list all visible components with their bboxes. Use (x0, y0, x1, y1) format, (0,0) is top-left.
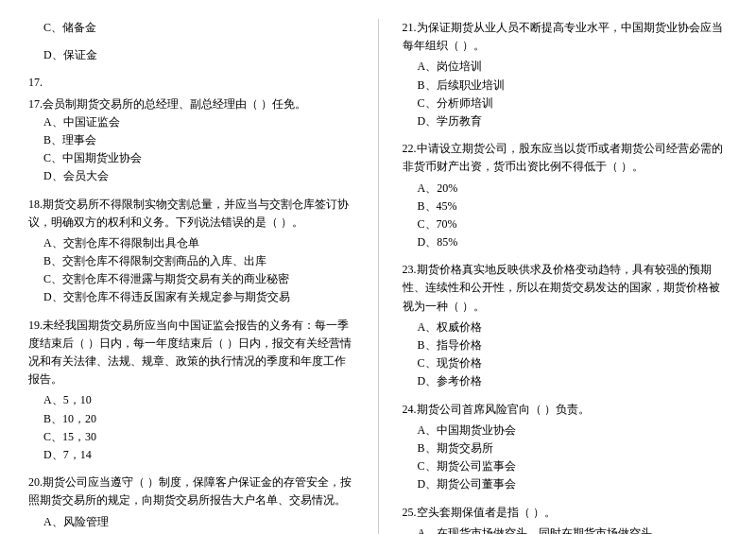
q18-optD: D、交割仓库不得违反国家有关规定参与期货交易 (28, 288, 354, 306)
question-18: 18.期货交易所不得限制实物交割总量，并应当与交割仓库签订协议，明确双方的权利和… (28, 196, 354, 307)
q17-optB: B、理事会 (28, 131, 354, 149)
q19-text: 19.未经我国期货交易所应当向中国证监会报告的义务有：每一季度结束后（ ）日内，… (28, 317, 354, 389)
q18-optA: A、交割仓库不得限制出具仓单 (28, 234, 354, 252)
q25-number: 25. (403, 506, 417, 519)
q18-optC: C、交割仓库不得泄露与期货交易有关的商业秘密 (28, 270, 354, 288)
q24-optB: B、期货交易所 (403, 439, 729, 457)
q18-body: 期货交易所不得限制实物交割总量，并应当与交割仓库签订协议，明确双方的权利和义务。… (28, 198, 349, 229)
q19-optC: C、15，30 (28, 428, 354, 446)
q22-number: 22. (403, 142, 417, 155)
q17-number: 17. (28, 97, 43, 111)
q20-number: 20. (28, 475, 43, 489)
q24-optD: D、期货公司董事会 (403, 475, 729, 493)
q22-text: 22.中请设立期货公司，股东应当以货币或者期货公司经营必需的非货币财产出资，货币… (403, 140, 729, 176)
left-column: C、储备金 D、保证金 17. 17.会员制期货交易所的总经理、副总经理由（ ）… (28, 19, 354, 534)
question-24: 24.期货公司首席风险官向（ ）负责。 A、中国期货业协会 B、期货交易所 C、… (403, 401, 729, 494)
q22-optC: C、70% (403, 215, 729, 233)
q20-optA: A、风险管理 (28, 513, 354, 531)
page-wrapper: C、储备金 D、保证金 17. 17.会员制期货交易所的总经理、副总经理由（ ）… (28, 19, 728, 534)
q24-optC: C、期货公司监事会 (403, 457, 729, 475)
question-23: 23.期货价格真实地反映供求及价格变动趋特，具有较强的预期性、连续性和公开性，所… (403, 261, 729, 390)
q21-number: 21. (403, 21, 417, 34)
q20-text: 20.期货公司应当遵守（ ）制度，保障客户保证金的存管安全，按照期货交易所的规定… (28, 474, 354, 509)
q21-optB: B、后续职业培训 (403, 77, 729, 95)
question-19: 19.未经我国期货交易所应当向中国证监会报告的义务有：每一季度结束后（ ）日内，… (28, 317, 354, 465)
q23-text: 23.期货价格真实地反映供求及价格变动趋特，具有较强的预期性、连续性和公开性，所… (403, 261, 729, 316)
q18-text: 18.期货交易所不得限制实物交割总量，并应当与交割仓库签订协议，明确双方的权利和… (28, 196, 354, 232)
column-divider (378, 19, 379, 534)
q21-optC: C、分析师培训 (403, 95, 729, 112)
q17-text: 17.会员制期货交易所的总经理、副总经理由（ ）任免。 (28, 97, 306, 111)
question-17: 17. 17.会员制期货交易所的总经理、副总经理由（ ）任免。 A、中国证监会 … (28, 74, 354, 185)
q21-body: 为保证期货从业人员不断提高专业水平，中国期货业协会应当每年组织（ ）。 (403, 21, 723, 52)
q22-optD: D、85% (403, 233, 729, 251)
q20-body: 期货公司应当遵守（ ）制度，保障客户保证金的存管安全，按照期货交易所的规定，向期… (28, 475, 352, 507)
question-21: 21.为保证期货从业人员不断提高专业水平，中国期货业协会应当每年组织（ ）。 A… (403, 19, 729, 130)
option-c-reserve: C、储备金 (28, 19, 354, 37)
q18-optB: B、交割仓库不得限制交割商品的入库、出库 (28, 252, 354, 270)
q25-body: 空头套期保值者是指（ ）。 (417, 506, 556, 519)
q23-optC: C、现货价格 (403, 354, 729, 372)
q21-text: 21.为保证期货从业人员不断提高专业水平，中国期货业协会应当每年组织（ ）。 (403, 19, 729, 55)
main-content: C、储备金 D、保证金 17. 17.会员制期货交易所的总经理、副总经理由（ ）… (28, 19, 728, 534)
question-block-d-deposit: D、保证金 (28, 46, 354, 64)
q24-optA: A、中国期货业协会 (403, 422, 729, 439)
q23-optA: A、权威价格 (403, 319, 729, 336)
q19-number: 19. (28, 319, 43, 332)
q25-optA: A、在现货市场做空头，同时在期货市场做空头 (403, 525, 729, 534)
question-block-c-reserve: C、储备金 (28, 19, 354, 37)
question-20: 20.期货公司应当遵守（ ）制度，保障客户保证金的存管安全，按照期货交易所的规定… (28, 474, 354, 534)
q22-optA: A、20% (403, 180, 729, 198)
q23-body: 期货价格真实地反映供求及价格变动趋特，具有较强的预期性、连续性和公开性，所以在期… (403, 263, 720, 312)
q24-body: 期货公司首席风险官向（ ）负责。 (417, 403, 590, 416)
q23-optB: B、指导价格 (403, 336, 729, 354)
right-column: 21.为保证期货从业人员不断提高专业水平，中国期货业协会应当每年组织（ ）。 A… (403, 19, 729, 534)
q17-optC: C、中国期货业协会 (28, 149, 354, 167)
q17-title: 17. (28, 74, 354, 92)
q21-optD: D、学历教育 (403, 112, 729, 130)
q25-text: 25.空头套期保值者是指（ ）。 (403, 504, 729, 522)
q24-number: 24. (403, 403, 417, 416)
q24-text: 24.期货公司首席风险官向（ ）负责。 (403, 401, 729, 419)
q22-optB: B、45% (403, 198, 729, 215)
q18-number: 18. (28, 198, 43, 211)
q17-body: 会员制期货交易所的总经理、副总经理由（ ）任免。 (43, 97, 306, 111)
q19-optD: D、7，14 (28, 446, 354, 464)
question-25: 25.空头套期保值者是指（ ）。 A、在现货市场做空头，同时在期货市场做空头 B… (403, 504, 729, 535)
q19-optB: B、10，20 (28, 410, 354, 428)
option-d-deposit: D、保证金 (28, 46, 354, 64)
q17-optA: A、中国证监会 (28, 113, 354, 131)
q17-optD: D、会员大会 (28, 167, 354, 185)
q23-number: 23. (403, 263, 417, 276)
q21-optA: A、岗位培训 (403, 58, 729, 76)
q22-body: 中请设立期货公司，股东应当以货币或者期货公司经营必需的非货币财产出资，货币出资比… (403, 142, 723, 173)
q19-body: 未经我国期货交易所应当向中国证监会报告的义务有：每一季度结束后（ ）日内，每一年… (28, 319, 352, 387)
q19-optA: A、5，10 (28, 391, 354, 409)
q23-optD: D、参考价格 (403, 372, 729, 390)
question-22: 22.中请设立期货公司，股东应当以货币或者期货公司经营必需的非货币财产出资，货币… (403, 140, 729, 251)
